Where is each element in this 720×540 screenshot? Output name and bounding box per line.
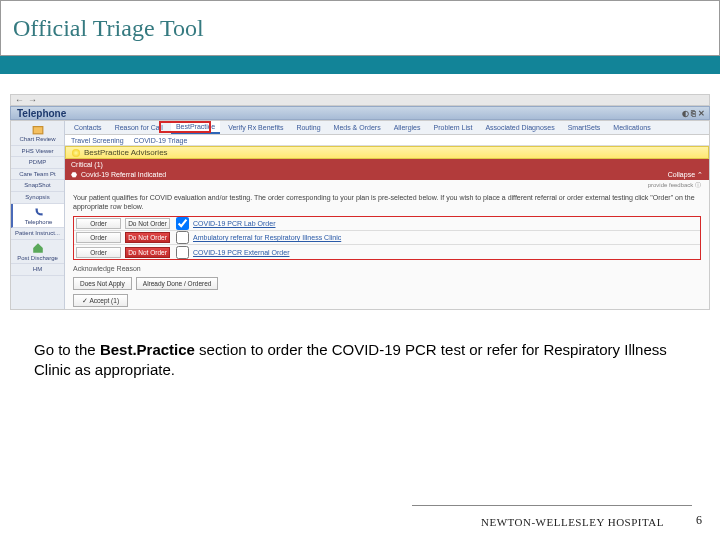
order-button[interactable]: Order xyxy=(76,232,121,243)
sidebar-item-careteam[interactable]: Care Team Pt xyxy=(11,169,64,181)
order-table: Order Do Not Order COVID-19 PCR Lab Orde… xyxy=(73,216,701,260)
sidebar-item-postdischarge[interactable]: Post Discharge xyxy=(11,240,64,265)
sidebar-item-telephone[interactable]: Telephone xyxy=(11,204,64,229)
order-row-pcr-external: Order Do Not Order COVID-19 PCR External… xyxy=(74,245,700,259)
order-checkbox[interactable] xyxy=(176,231,189,244)
tab-reason[interactable]: Reason for Call xyxy=(110,122,168,133)
svg-rect-0 xyxy=(33,127,43,134)
tab-meds[interactable]: Meds & Orders xyxy=(329,122,386,133)
tab-bestpractice[interactable]: BestPractice xyxy=(171,121,220,134)
slide-title: Official Triage Tool xyxy=(13,15,204,42)
sidebar-item-ptinstruct[interactable]: Patient Instruct... xyxy=(11,228,64,240)
screenshot-toolbar: ← → xyxy=(10,94,710,106)
chart-icon xyxy=(31,123,45,135)
order-row-pcr-lab: Order Do Not Order COVID-19 PCR Lab Orde… xyxy=(74,217,700,231)
sidebar: Chart Review PHS Viewer PDMP Care Team P… xyxy=(11,121,65,309)
page-number: 6 xyxy=(696,513,702,528)
order-row-respiratory-ref: Order Do Not Order Ambulatory referral f… xyxy=(74,231,700,245)
tab-smartsets[interactable]: SmartSets xyxy=(563,122,606,133)
subtab-row: Travel Screening COVID-19 Triage xyxy=(65,135,709,146)
ack-label: Acknowledge Reason xyxy=(65,262,709,275)
ehr-screenshot: ← → Telephone ◐ ⎘ ✕ Chart Review PHS Vie… xyxy=(10,94,710,314)
sidebar-item-hm[interactable]: HM xyxy=(11,264,64,276)
tab-contacts[interactable]: Contacts xyxy=(69,122,107,133)
order-label[interactable]: COVID-19 PCR External Order xyxy=(193,249,700,256)
tab-assocdiag[interactable]: Associated Diagnoses xyxy=(480,122,559,133)
subtab-covidtriage[interactable]: COVID-19 Triage xyxy=(134,137,188,144)
sidebar-item-synopsis[interactable]: Synopsis xyxy=(11,192,64,204)
footer-rule xyxy=(412,505,692,506)
window-controls[interactable]: ◐ ⎘ ✕ xyxy=(682,109,705,118)
back-icon[interactable]: ← xyxy=(15,95,24,105)
sidebar-item-phs[interactable]: PHS Viewer xyxy=(11,146,64,158)
teal-stripe xyxy=(0,56,720,74)
instruction-text: Go to the Best.Practice section to order… xyxy=(34,340,688,381)
order-checkbox[interactable] xyxy=(176,246,189,259)
sidebar-item-chartreview[interactable]: Chart Review xyxy=(11,121,64,146)
order-label[interactable]: COVID-19 PCR Lab Order xyxy=(193,220,700,227)
ack-alreadydone-button[interactable]: Already Done / Ordered xyxy=(136,277,219,290)
order-button[interactable]: Order xyxy=(76,247,121,258)
lightbulb-icon xyxy=(72,149,80,157)
order-checkbox[interactable] xyxy=(176,217,189,230)
window-titlebar: Telephone ◐ ⎘ ✕ xyxy=(10,106,710,120)
critical-bar: Critical (1) xyxy=(65,159,709,169)
tab-verifyrx[interactable]: Verify Rx Benefits xyxy=(223,122,288,133)
window-title: Telephone xyxy=(17,108,66,119)
donotorder-button[interactable]: Do Not Order xyxy=(125,247,170,258)
subtab-travel[interactable]: Travel Screening xyxy=(71,137,124,144)
slide-header: Official Triage Tool xyxy=(0,0,720,56)
feedback-link[interactable]: provide feedback ⓘ xyxy=(65,180,709,190)
ack-notapply-button[interactable]: Does Not Apply xyxy=(73,277,132,290)
phone-icon xyxy=(32,206,46,218)
tab-routing[interactable]: Routing xyxy=(291,122,325,133)
ack-buttons: Does Not Apply Already Done / Ordered xyxy=(65,275,709,292)
bpa-title: BestPractice Advisories xyxy=(84,148,168,157)
tab-allergies[interactable]: Allergies xyxy=(389,122,426,133)
order-button[interactable]: Order xyxy=(76,218,121,229)
donotorder-button[interactable]: Do Not Order xyxy=(125,232,170,243)
donotorder-button[interactable]: Do Not Order xyxy=(125,218,170,229)
referral-bar: ⬣ Covid-19 Referral Indicated Collapse ⌃ xyxy=(65,170,709,180)
alert-icon: ⬣ xyxy=(71,171,77,179)
tab-medications[interactable]: Medications xyxy=(608,122,655,133)
footer-hospital: NEWTON-WELLESLEY HOSPITAL xyxy=(481,516,664,528)
main-panel: Contacts Reason for Call BestPractice Ve… xyxy=(65,121,709,309)
tab-problemlist[interactable]: Problem List xyxy=(429,122,478,133)
collapse-link[interactable]: Collapse ⌃ xyxy=(668,171,703,179)
advisory-text: Your patient qualifies for COVID evaluat… xyxy=(65,190,709,214)
sidebar-item-snapshot[interactable]: SnapShot xyxy=(11,180,64,192)
house-icon xyxy=(31,242,45,254)
bpa-header-bar: BestPractice Advisories xyxy=(65,146,709,159)
sidebar-item-pdmp[interactable]: PDMP xyxy=(11,157,64,169)
tab-row: Contacts Reason for Call BestPractice Ve… xyxy=(65,121,709,135)
fwd-icon[interactable]: → xyxy=(28,95,37,105)
accept-button[interactable]: ✓ Accept (1) xyxy=(73,294,128,307)
order-label[interactable]: Ambulatory referral for Respiratory Illn… xyxy=(193,234,700,241)
